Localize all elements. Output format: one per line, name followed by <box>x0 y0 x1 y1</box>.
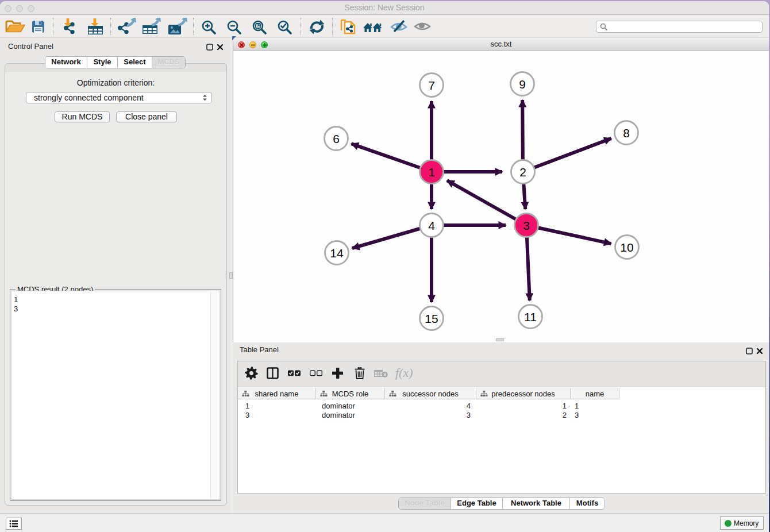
svg-text:1: 1 <box>428 165 435 179</box>
svg-text:3: 3 <box>523 219 530 232</box>
svg-text:14: 14 <box>330 246 344 260</box>
svg-text:11: 11 <box>524 310 537 323</box>
svg-text:2: 2 <box>519 165 526 179</box>
svg-text:8: 8 <box>623 126 630 140</box>
svg-text:7: 7 <box>428 79 435 92</box>
svg-text:4: 4 <box>428 219 435 232</box>
svg-text:10: 10 <box>620 241 633 254</box>
svg-text:6: 6 <box>333 132 340 145</box>
svg-text:9: 9 <box>519 78 526 91</box>
svg-text:15: 15 <box>425 312 438 325</box>
